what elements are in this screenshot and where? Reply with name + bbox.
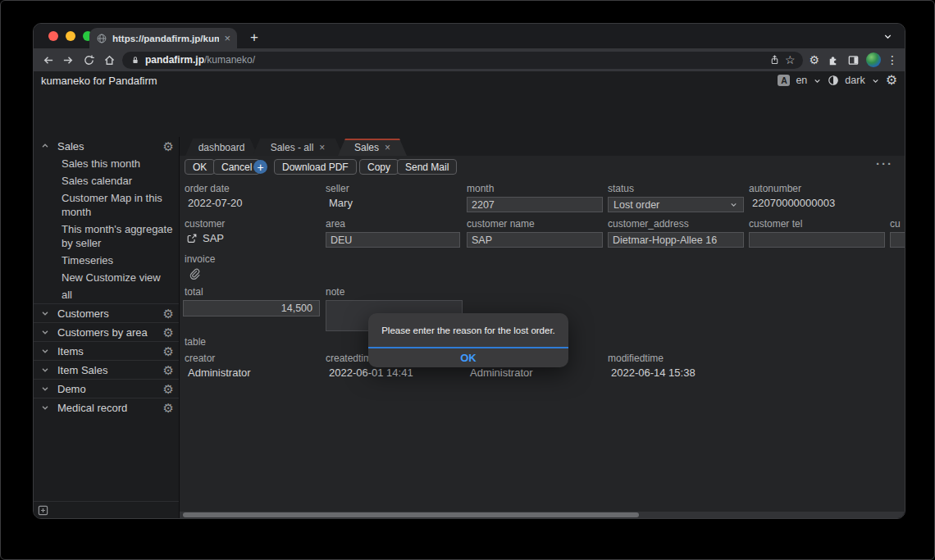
send-mail-button[interactable]: Send Mail [397,159,457,175]
status-select[interactable]: Lost order [608,197,744,212]
field-value: 2022-07-20 [185,197,243,209]
sidebar: Sales ⚙ Sales this month Sales calendar … [34,137,180,518]
sidebar-group-customers[interactable]: Customers ⚙ [34,303,179,322]
tab-close-icon[interactable]: × [385,142,390,153]
sidebar-group-label: Customers by area [57,326,156,339]
sidebar-group-sales[interactable]: Sales ⚙ [34,137,179,155]
cutoff-input[interactable] [890,232,905,248]
field-label: total [183,286,320,298]
translate-icon[interactable]: A [778,75,790,86]
sidebar-group-customers-by-area[interactable]: Customers by area ⚙ [34,322,179,341]
gear-icon[interactable]: ⚙ [163,345,174,357]
alert-dialog: Please enter the reason for the lost ord… [368,313,568,367]
close-window-button[interactable] [48,31,58,41]
theme-select[interactable]: dark [845,75,864,86]
add-app-icon[interactable] [38,505,48,516]
dialog-ok-button[interactable]: OK [368,348,568,367]
ok-button[interactable]: OK [185,159,215,175]
field-label: table [185,336,206,348]
chevron-down-icon [40,327,50,337]
paperclip-icon[interactable] [188,267,200,280]
gear-icon[interactable]: ⚙ [163,383,174,395]
field-label: customer tel [749,218,885,230]
contrast-icon[interactable] [828,75,839,86]
home-icon[interactable] [102,52,116,67]
browser-toolbar: pandafirm.jp/kumaneko/ ☆ ⚙ ⋮ [34,48,905,71]
tab-sales-all[interactable]: Sales - all × [253,139,343,156]
sidebar-item-aggregate-by-seller[interactable]: This month's aggregate by seller [34,221,179,252]
url-path: /kumaneko/ [204,54,255,66]
chevron-down-icon [40,403,50,412]
sidebar-group-medical-record[interactable]: Medical record ⚙ [34,398,179,417]
external-link-icon[interactable] [186,233,198,244]
bookmark-star-icon[interactable]: ☆ [785,54,796,66]
language-select[interactable]: en [796,75,807,86]
side-panel-icon[interactable] [846,52,860,67]
chevron-down-icon [813,76,822,85]
tab-dashboard[interactable]: dashboard [185,139,258,156]
profile-avatar[interactable] [866,52,881,67]
field-seller: seller Mary [326,183,353,209]
sidebar-group-items[interactable]: Items ⚙ [34,341,179,360]
browser-tab-title: https://pandafirm.jp/kumaneko [112,34,219,43]
lock-icon [130,55,140,66]
field-label: customer [185,218,225,230]
horizontal-scrollbar[interactable] [180,512,905,518]
copy-button[interactable]: Copy [359,159,399,175]
app-settings-gear-icon[interactable]: ⚙ [886,74,897,87]
forward-icon[interactable] [61,52,75,67]
area-input[interactable] [326,232,460,248]
more-menu-icon[interactable]: ··· [876,157,893,171]
customer-tel-input[interactable] [749,232,885,248]
customer-link[interactable]: SAP [203,232,224,244]
field-total: total [183,286,320,316]
browser-menu-kebab-icon[interactable]: ⋮ [887,54,898,66]
field-value: 22070000000003 [749,197,835,209]
gear-icon[interactable]: ⚙ [163,307,174,320]
extensions-puzzle-icon[interactable] [825,52,840,67]
tab-close-icon[interactable]: × [224,33,230,43]
minimize-window-button[interactable] [66,31,75,41]
scrollbar-thumb[interactable] [183,512,639,517]
customer-address-input[interactable] [608,232,744,248]
sidebar-item-sales-calendar[interactable]: Sales calendar [34,172,179,189]
reload-icon[interactable] [81,52,96,67]
sidebar-group-label: Medical record [57,402,156,414]
sidebar-group-item-sales[interactable]: Item Sales ⚙ [34,360,179,379]
field-value: Mary [326,197,353,209]
field-label: cu [890,218,905,230]
dialog-message: Please enter the reason for the lost ord… [368,313,568,348]
customer-name-input[interactable] [467,232,603,248]
sidebar-item-timeseries[interactable]: Timeseries [34,252,179,269]
sidebar-item-all[interactable]: all [34,286,179,303]
add-button[interactable]: + [253,160,267,174]
chevron-down-icon [40,384,50,394]
field-customer-name: customer name [467,218,603,248]
browser-tab[interactable]: https://pandafirm.jp/kumaneko × [89,28,237,48]
share-icon[interactable] [769,54,780,66]
back-icon[interactable] [40,52,55,67]
tab-close-icon[interactable]: × [319,142,325,153]
download-pdf-button[interactable]: Download PDF [274,159,357,175]
tab-sales[interactable]: Sales × [338,139,407,156]
sidebar-item-new-customize-view[interactable]: New Customize view [34,269,179,286]
window-controls [48,31,93,41]
gear-icon[interactable]: ⚙ [163,140,174,153]
tab-search-chevron-icon[interactable] [883,31,893,42]
field-label: customer name [467,218,603,230]
settings-gear-icon[interactable]: ⚙ [809,54,819,66]
sidebar-item-sales-this-month[interactable]: Sales this month [34,155,179,172]
gear-icon[interactable]: ⚙ [163,364,174,376]
gear-icon[interactable]: ⚙ [163,402,174,414]
month-input[interactable] [467,197,603,212]
field-customer: customer SAP [185,218,225,244]
field-month: month [467,183,603,212]
sidebar-item-customer-map[interactable]: Customer Map in this month [34,189,179,221]
browser-window: https://pandafirm.jp/kumaneko × + [33,23,905,519]
address-bar[interactable]: pandafirm.jp/kumaneko/ ☆ [122,52,803,69]
gear-icon[interactable]: ⚙ [163,326,174,339]
new-tab-button[interactable]: + [245,29,263,47]
sidebar-group-demo[interactable]: Demo ⚙ [34,379,179,398]
field-invoice: invoice [185,253,215,280]
total-input[interactable] [183,300,320,316]
